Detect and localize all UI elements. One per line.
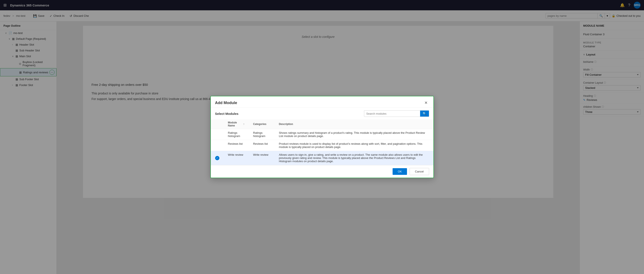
table-header-categories: Categories <box>249 119 274 129</box>
modal-overlay[interactable]: Add Module ✕ Select Modules 🔍 <box>0 0 644 274</box>
modal-toolbar: Select Modules 🔍 <box>211 108 434 119</box>
modal-search-container: 🔍 <box>364 110 429 117</box>
modal-content: Select Modules 🔍 Module Name ↑ <box>211 108 434 165</box>
modal-close-button[interactable]: ✕ <box>423 100 429 106</box>
row-description: Product reviews module is used to displa… <box>274 140 434 151</box>
table-row[interactable]: Reviews list Reviews list Product review… <box>211 140 434 151</box>
cancel-button[interactable]: Cancel <box>410 168 429 175</box>
table-row[interactable]: Ratings histogram Ratings histogram Show… <box>211 129 434 140</box>
table-header-description: Description <box>274 119 434 129</box>
select-modules-label: Select Modules <box>215 112 238 116</box>
row-check-cell <box>211 129 224 140</box>
row-check-cell <box>211 140 224 151</box>
modal-title: Add Module <box>215 101 237 105</box>
ok-button[interactable]: OK <box>392 168 407 175</box>
row-check-cell: ✓ <box>211 151 224 165</box>
sort-icon: ↑ <box>243 123 244 126</box>
row-categories: Reviews list <box>249 140 274 151</box>
row-description: Allows users to sign-in, give a rating, … <box>274 151 434 165</box>
add-module-modal: Add Module ✕ Select Modules 🔍 <box>210 96 434 178</box>
row-module-name: Reviews list <box>224 140 249 151</box>
modal-table: Module Name ↑ Categories Description Rat… <box>211 119 434 165</box>
row-categories: Write review <box>249 151 274 165</box>
modal-header: Add Module ✕ <box>211 96 434 108</box>
check-circle-icon: ✓ <box>215 156 220 160</box>
table-header-check <box>211 119 224 129</box>
row-description: Shows ratings summary and histogram of a… <box>274 129 434 140</box>
table-header-module-name[interactable]: Module Name ↑ <box>224 119 249 129</box>
row-module-name: Ratings histogram <box>224 129 249 140</box>
row-module-name: Write review <box>224 151 249 165</box>
search-modules-button[interactable]: 🔍 <box>420 111 429 117</box>
table-row[interactable]: ✓ Write review Write review Allows users… <box>211 151 434 165</box>
row-categories: Ratings histogram <box>249 129 274 140</box>
search-modules-input[interactable] <box>364 111 420 117</box>
modal-footer: OK Cancel <box>211 165 434 178</box>
